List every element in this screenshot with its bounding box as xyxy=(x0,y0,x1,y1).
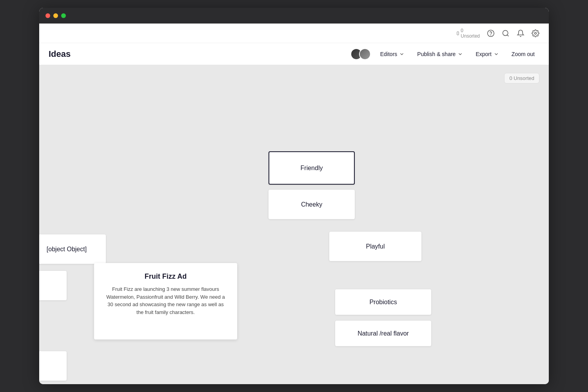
card-left-bot-text xyxy=(39,360,55,372)
export-label: Export xyxy=(475,51,491,57)
svg-point-2 xyxy=(488,30,494,36)
export-chevron-icon xyxy=(494,51,499,57)
probiotics-card[interactable]: Probiotics xyxy=(335,289,431,315)
gear-icon xyxy=(532,29,539,37)
main-toolbar: Ideas Editors Publish & share xyxy=(39,43,549,65)
probiotics-card-text: Probiotics xyxy=(361,292,405,312)
playful-card-text: Playful xyxy=(358,237,392,256)
publish-chevron-icon xyxy=(457,51,463,57)
close-dot[interactable] xyxy=(45,13,50,18)
natural-card[interactable]: Natural /real flavor xyxy=(335,321,431,346)
card-left-mid-text xyxy=(39,279,55,292)
toolbar-actions: Editors Publish & share Export Zoom out xyxy=(350,48,539,60)
list-item[interactable]: [object Object] xyxy=(39,234,106,264)
chrome-bar xyxy=(39,8,549,24)
phone-badge[interactable]: 0 Unsorted xyxy=(456,28,480,39)
editors-chevron-icon xyxy=(399,51,405,57)
friendly-card-text: Friendly xyxy=(293,158,331,178)
svg-line-5 xyxy=(507,34,509,36)
natural-card-text: Natural /real flavor xyxy=(350,324,417,343)
help-icon xyxy=(487,29,495,37)
minimize-dot[interactable] xyxy=(53,13,58,18)
cheeky-card-text: Cheeky xyxy=(293,195,330,214)
unsorted-badge[interactable]: 0 Unsorted xyxy=(504,73,539,83)
svg-point-3 xyxy=(491,34,491,35)
list-item[interactable] xyxy=(39,351,67,381)
help-button[interactable] xyxy=(487,29,495,37)
export-button[interactable]: Export xyxy=(471,49,503,60)
app-window: 0 Unsorted xyxy=(39,8,549,384)
avatar-2 xyxy=(359,48,371,60)
zoom-out-button[interactable]: Zoom out xyxy=(507,49,539,60)
settings-button[interactable] xyxy=(532,29,539,37)
bell-icon xyxy=(517,29,524,37)
svg-point-4 xyxy=(503,30,508,35)
card-left-top-text: [object Object] xyxy=(39,240,94,259)
svg-rect-0 xyxy=(457,31,459,34)
fruit-fizz-card[interactable]: Fruit Fizz Ad Fruit Fizz are launching 3… xyxy=(94,263,237,339)
friendly-card[interactable]: Friendly xyxy=(269,151,355,185)
canvas: 0 Unsorted [object Object] Friendly Chee… xyxy=(39,65,549,384)
page-title: Ideas xyxy=(49,49,71,59)
editors-button[interactable]: Editors xyxy=(376,49,410,60)
search-icon xyxy=(502,29,510,37)
fruit-fizz-body: Fruit Fizz are launching 3 new summer fl… xyxy=(103,285,228,316)
phone-icon xyxy=(456,31,460,35)
cheeky-card[interactable]: Cheeky xyxy=(269,190,355,219)
unsorted-label: 0 Unsorted xyxy=(509,75,534,81)
svg-point-6 xyxy=(535,32,537,34)
icon-bar: 0 Unsorted xyxy=(39,24,549,43)
editor-avatars xyxy=(350,48,371,60)
fruit-fizz-title: Fruit Fizz Ad xyxy=(145,272,187,281)
phone-count: 0 Unsorted xyxy=(461,28,480,39)
maximize-dot[interactable] xyxy=(61,13,66,18)
publish-label: Publish & share xyxy=(417,51,456,57)
zoom-out-label: Zoom out xyxy=(512,51,535,57)
notifications-button[interactable] xyxy=(517,29,524,37)
search-button[interactable] xyxy=(502,29,510,37)
playful-card[interactable]: Playful xyxy=(329,232,421,261)
list-item[interactable] xyxy=(39,271,67,300)
editors-label: Editors xyxy=(380,51,397,57)
publish-button[interactable]: Publish & share xyxy=(412,49,468,60)
